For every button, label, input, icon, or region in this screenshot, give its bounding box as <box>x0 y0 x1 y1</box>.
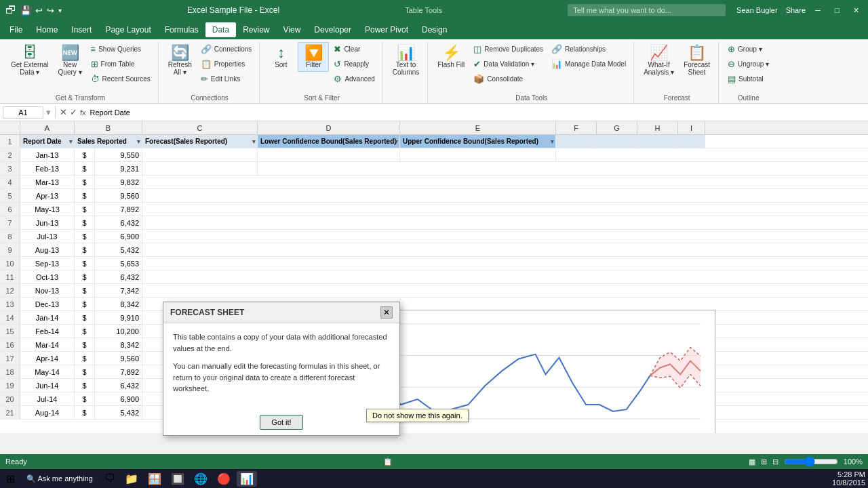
cell-g1[interactable] <box>597 135 637 148</box>
cell[interactable]: $ <box>75 298 95 310</box>
cell[interactable]: $ <box>75 392 95 405</box>
zoom-slider[interactable] <box>784 456 838 467</box>
text-to-columns-button[interactable]: 📊 Text toColumns <box>389 42 423 79</box>
cell[interactable]: Apr-13 <box>20 189 75 202</box>
cell[interactable]: $ <box>75 352 95 365</box>
save-icon[interactable]: 💾 <box>20 5 31 16</box>
subtotal-button[interactable]: ▤ Subtotal <box>724 72 772 86</box>
cell[interactable]: 6,432 <box>95 216 142 229</box>
cell[interactable]: $ <box>75 379 95 392</box>
cell[interactable]: Jun-13 <box>20 216 75 229</box>
cell[interactable]: $ <box>75 148 95 161</box>
cell[interactable]: 7,892 <box>95 203 142 216</box>
menu-design[interactable]: Design <box>415 22 454 37</box>
cell-c1[interactable]: Forecast(Sales Reported) ▾ <box>142 135 258 148</box>
cell[interactable]: 6,900 <box>95 392 142 405</box>
cell[interactable]: 6,432 <box>95 379 142 392</box>
sort-button[interactable]: ↕ Sort <box>265 42 296 72</box>
modal-close-button[interactable]: ✕ <box>380 306 393 319</box>
cell[interactable]: $ <box>75 325 95 338</box>
cell[interactable]: $ <box>75 406 95 419</box>
cell[interactable]: $ <box>75 338 95 351</box>
properties-button[interactable]: 📋 Properties <box>197 57 256 71</box>
search-bar[interactable]: Tell me what you want to do... <box>568 4 726 16</box>
cell[interactable]: May-14 <box>20 365 75 378</box>
refresh-all-button[interactable]: 🔄 RefreshAll ▾ <box>164 42 196 79</box>
chrome-icon[interactable]: 🌐 <box>191 471 211 487</box>
cell[interactable]: 7,892 <box>95 365 142 378</box>
menu-developer[interactable]: Developer <box>307 22 358 37</box>
cell-f1[interactable] <box>556 135 597 148</box>
cell-i1[interactable] <box>678 135 705 148</box>
cell[interactable]: 9,231 <box>95 162 142 175</box>
cell[interactable]: Sep-13 <box>20 257 75 270</box>
col-header-a[interactable]: A <box>20 121 75 134</box>
undo-icon[interactable]: ↩ <box>35 5 43 16</box>
cell[interactable]: 10,200 <box>95 325 142 338</box>
cell[interactable]: Jan-13 <box>20 148 75 161</box>
cancel-formula-icon[interactable]: ✕ <box>60 107 67 117</box>
what-if-analysis-button[interactable]: 📈 What-IfAnalysis ▾ <box>639 42 678 79</box>
cell[interactable]: $ <box>75 365 95 378</box>
cell[interactable]: $ <box>75 243 95 256</box>
insert-function-icon[interactable]: fx <box>80 108 86 117</box>
cell[interactable]: 5,432 <box>95 406 142 419</box>
confirm-formula-icon[interactable]: ✓ <box>70 107 77 117</box>
cell[interactable]: Nov-13 <box>20 284 75 297</box>
quick-access-more[interactable]: ▾ <box>58 7 62 14</box>
cell[interactable]: Jan-14 <box>20 311 75 324</box>
menu-review[interactable]: Review <box>236 22 276 37</box>
cell[interactable]: $ <box>75 189 95 202</box>
formula-bar-expand[interactable]: ▾ <box>46 107 51 117</box>
edit-links-button[interactable]: ✏ Edit Links <box>197 72 256 86</box>
cell[interactable]: Jul-13 <box>20 230 75 243</box>
cell[interactable]: Oct-13 <box>20 270 75 283</box>
cell[interactable]: 9,560 <box>95 189 142 202</box>
formula-input[interactable] <box>89 107 865 118</box>
cell[interactable]: $ <box>75 257 95 270</box>
cell[interactable]: 9,550 <box>95 148 142 161</box>
menu-data[interactable]: Data <box>205 22 236 37</box>
cell[interactable]: Mar-13 <box>20 176 75 188</box>
cell[interactable]: 9,560 <box>95 352 142 365</box>
minimize-button[interactable]: ─ <box>811 3 825 17</box>
got-it-button[interactable]: Got it! <box>260 415 302 430</box>
col-header-e[interactable]: E <box>400 121 556 134</box>
from-table-button[interactable]: ⊞ From Table <box>87 57 154 71</box>
col-header-i[interactable]: I <box>678 121 705 134</box>
connections-button[interactable]: 🔗 Connections <box>197 42 256 56</box>
menu-page-layout[interactable]: Page Layout <box>98 22 157 37</box>
clear-button[interactable]: ✖ Clear <box>330 42 378 56</box>
flash-fill-button[interactable]: ⚡ Flash Fill <box>433 42 469 72</box>
col-header-f[interactable]: F <box>556 121 597 134</box>
cell[interactable]: May-13 <box>20 203 75 216</box>
menu-home[interactable]: Home <box>29 22 64 37</box>
reapply-button[interactable]: ↺ Reapply <box>330 57 378 71</box>
col-header-h[interactable]: H <box>637 121 678 134</box>
cell[interactable]: $ <box>75 162 95 175</box>
task-view-icon[interactable]: 🗨 <box>101 471 119 486</box>
cell[interactable]: Dec-13 <box>20 298 75 310</box>
cell[interactable]: Feb-13 <box>20 162 75 175</box>
col-header-c[interactable]: C <box>142 121 258 134</box>
cell-reference[interactable] <box>3 106 43 119</box>
cell-b1[interactable]: Sales Reported ▾ <box>75 135 142 148</box>
get-external-data-button[interactable]: 🗄 Get ExternalData ▾ <box>7 42 53 79</box>
cell[interactable]: 6,432 <box>95 270 142 283</box>
menu-view[interactable]: View <box>277 22 308 37</box>
cell[interactable] <box>142 162 258 175</box>
cell[interactable]: $ <box>75 216 95 229</box>
filter-button[interactable]: 🔽 Filter <box>298 42 329 72</box>
cell[interactable]: 6,900 <box>95 230 142 243</box>
cell-a1[interactable]: Report Date ▾ <box>20 135 75 148</box>
data-validation-button[interactable]: ✔ Data Validation ▾ <box>470 57 547 71</box>
remove-duplicates-button[interactable]: ◫ Remove Duplicates <box>470 42 547 56</box>
advanced-button[interactable]: ⚙ Advanced <box>330 72 378 86</box>
close-button[interactable]: ✕ <box>849 3 863 17</box>
cell-d1[interactable]: Lower Confidence Bound(Sales Reported) ▾ <box>258 135 400 148</box>
cell[interactable] <box>258 148 400 161</box>
cell[interactable]: Jul-14 <box>20 392 75 405</box>
windows-start-button[interactable]: ⊞ <box>3 471 18 487</box>
page-layout-icon[interactable]: ⊞ <box>761 458 767 466</box>
cell[interactable]: Feb-14 <box>20 325 75 338</box>
